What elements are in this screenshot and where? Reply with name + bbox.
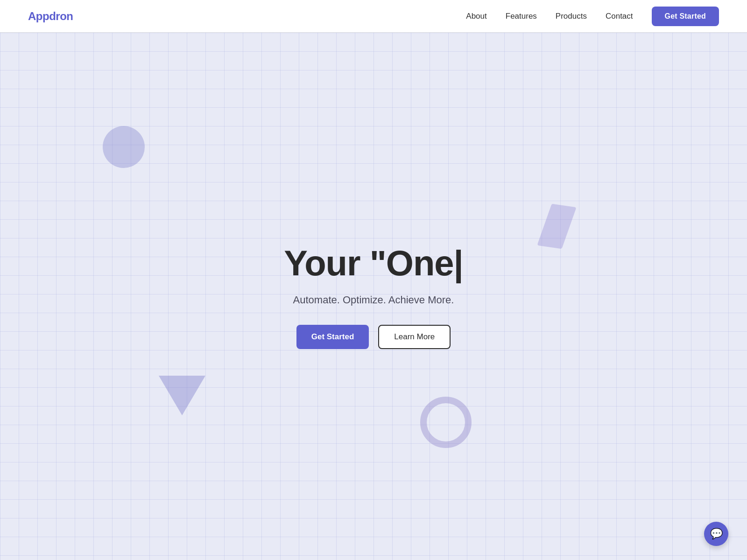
hero-subtitle: Automate. Optimize. Achieve More.: [284, 294, 463, 306]
decorative-circle-outline: [420, 397, 472, 448]
decorative-circle-large: [103, 126, 145, 168]
hero-title: Your "One|: [284, 244, 463, 283]
hero-content: Your "One| Automate. Optimize. Achieve M…: [284, 244, 463, 349]
decorative-diamond: [537, 204, 576, 249]
hero-get-started-button[interactable]: Get Started: [296, 325, 369, 349]
nav-links: About Features Products Contact Get Star…: [466, 7, 719, 26]
hero-buttons: Get Started Learn More: [284, 325, 463, 349]
logo[interactable]: Appdron: [28, 10, 73, 23]
nav-products[interactable]: Products: [556, 12, 587, 21]
nav-features[interactable]: Features: [506, 12, 537, 21]
nav-get-started-button[interactable]: Get Started: [652, 7, 719, 26]
navbar: Appdron About Features Products Contact …: [0, 0, 747, 33]
chat-bubble-button[interactable]: 💬: [704, 522, 728, 546]
chat-icon: 💬: [710, 528, 723, 540]
nav-about[interactable]: About: [466, 12, 486, 21]
nav-contact[interactable]: Contact: [606, 12, 633, 21]
hero-section: Your "One| Automate. Optimize. Achieve M…: [0, 33, 747, 560]
hero-learn-more-button[interactable]: Learn More: [378, 325, 451, 349]
decorative-triangle: [159, 376, 205, 415]
